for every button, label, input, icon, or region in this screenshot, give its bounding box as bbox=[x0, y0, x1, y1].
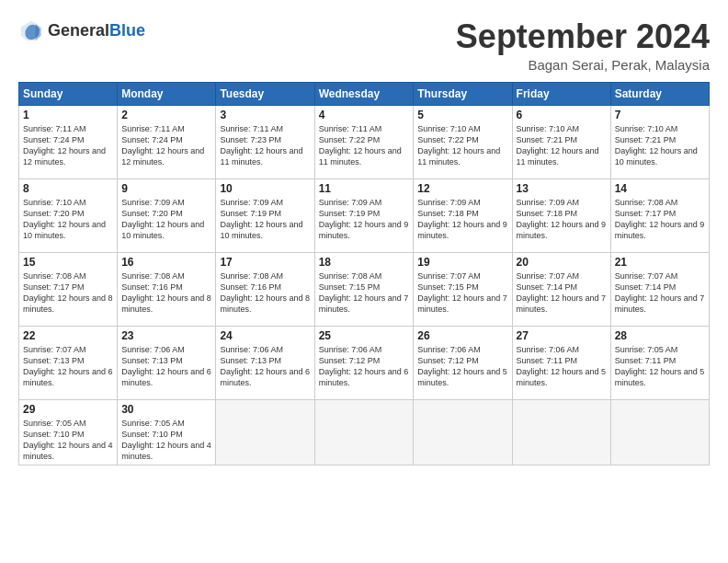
sunrise-text: Sunrise: 7:10 AM bbox=[517, 124, 580, 133]
sunset-text: Sunset: 7:14 PM bbox=[615, 282, 677, 292]
sunset-text: Sunset: 7:21 PM bbox=[615, 135, 677, 144]
day-info: Sunrise: 7:08 AMSunset: 7:17 PMDaylight:… bbox=[615, 197, 705, 242]
day-number: 16 bbox=[121, 256, 211, 269]
daylight-text: Daylight: 12 hours and 9 minutes. bbox=[417, 220, 507, 240]
table-row: 20Sunrise: 7:07 AMSunset: 7:14 PMDayligh… bbox=[512, 252, 610, 326]
day-info: Sunrise: 7:08 AMSunset: 7:16 PMDaylight:… bbox=[121, 270, 211, 316]
table-row: 3Sunrise: 7:11 AMSunset: 7:23 PMDaylight… bbox=[216, 105, 314, 178]
sunrise-text: Sunrise: 7:08 AM bbox=[23, 271, 86, 281]
sunrise-text: Sunrise: 7:09 AM bbox=[319, 198, 382, 207]
sunset-text: Sunset: 7:17 PM bbox=[615, 209, 677, 218]
sunset-text: Sunset: 7:16 PM bbox=[121, 282, 183, 292]
table-row: 29Sunrise: 7:05 AMSunset: 7:10 PMDayligh… bbox=[19, 399, 118, 465]
sunset-text: Sunset: 7:19 PM bbox=[319, 209, 381, 218]
sunrise-text: Sunrise: 7:06 AM bbox=[517, 345, 580, 354]
table-row bbox=[512, 399, 610, 465]
calendar-week-row: 8Sunrise: 7:10 AMSunset: 7:20 PMDaylight… bbox=[19, 178, 710, 252]
sunset-text: Sunset: 7:18 PM bbox=[417, 209, 479, 218]
table-row: 26Sunrise: 7:06 AMSunset: 7:12 PMDayligh… bbox=[414, 326, 512, 399]
day-number: 15 bbox=[23, 256, 113, 269]
daylight-text: Daylight: 12 hours and 6 minutes. bbox=[220, 367, 310, 387]
day-info: Sunrise: 7:07 AMSunset: 7:15 PMDaylight:… bbox=[417, 270, 507, 316]
sunrise-text: Sunrise: 7:07 AM bbox=[615, 271, 678, 281]
daylight-text: Daylight: 12 hours and 11 minutes. bbox=[417, 146, 500, 167]
sunrise-text: Sunrise: 7:06 AM bbox=[220, 345, 283, 354]
sunset-text: Sunset: 7:24 PM bbox=[23, 135, 85, 144]
sunrise-text: Sunrise: 7:11 AM bbox=[319, 124, 382, 133]
daylight-text: Daylight: 12 hours and 10 minutes. bbox=[220, 220, 302, 240]
day-number: 4 bbox=[319, 109, 410, 121]
sunset-text: Sunset: 7:13 PM bbox=[220, 356, 281, 365]
daylight-text: Daylight: 12 hours and 5 minutes. bbox=[517, 367, 607, 387]
day-number: 17 bbox=[220, 256, 310, 269]
daylight-text: Daylight: 12 hours and 11 minutes. bbox=[319, 146, 402, 167]
calendar-week-row: 22Sunrise: 7:07 AMSunset: 7:13 PMDayligh… bbox=[19, 326, 710, 399]
table-row bbox=[314, 399, 414, 465]
table-row bbox=[414, 399, 512, 465]
table-row: 25Sunrise: 7:06 AMSunset: 7:12 PMDayligh… bbox=[314, 326, 414, 399]
day-info: Sunrise: 7:11 AMSunset: 7:23 PMDaylight:… bbox=[220, 123, 310, 168]
daylight-text: Daylight: 12 hours and 9 minutes. bbox=[517, 220, 607, 240]
day-info: Sunrise: 7:07 AMSunset: 7:14 PMDaylight:… bbox=[615, 270, 705, 316]
day-number: 26 bbox=[417, 329, 507, 342]
table-row: 11Sunrise: 7:09 AMSunset: 7:19 PMDayligh… bbox=[314, 178, 414, 252]
day-number: 18 bbox=[319, 256, 410, 269]
day-number: 7 bbox=[615, 109, 705, 121]
calendar-week-row: 15Sunrise: 7:08 AMSunset: 7:17 PMDayligh… bbox=[19, 252, 710, 326]
day-number: 6 bbox=[517, 109, 607, 121]
day-number: 28 bbox=[615, 329, 705, 342]
day-info: Sunrise: 7:05 AMSunset: 7:11 PMDaylight:… bbox=[615, 344, 705, 389]
daylight-text: Daylight: 12 hours and 4 minutes. bbox=[23, 441, 113, 461]
table-row: 5Sunrise: 7:10 AMSunset: 7:22 PMDaylight… bbox=[414, 105, 512, 178]
daylight-text: Daylight: 12 hours and 6 minutes. bbox=[121, 367, 211, 387]
daylight-text: Daylight: 12 hours and 5 minutes. bbox=[615, 367, 705, 387]
daylight-text: Daylight: 12 hours and 10 minutes. bbox=[121, 220, 204, 240]
sunrise-text: Sunrise: 7:06 AM bbox=[319, 345, 382, 354]
location: Bagan Serai, Perak, Malaysia bbox=[456, 57, 710, 73]
sunrise-text: Sunrise: 7:05 AM bbox=[121, 419, 185, 428]
table-row: 21Sunrise: 7:07 AMSunset: 7:14 PMDayligh… bbox=[610, 252, 709, 326]
sunset-text: Sunset: 7:11 PM bbox=[517, 356, 578, 365]
daylight-text: Daylight: 12 hours and 7 minutes. bbox=[517, 293, 607, 314]
day-info: Sunrise: 7:10 AMSunset: 7:21 PMDaylight:… bbox=[615, 123, 705, 168]
sunset-text: Sunset: 7:10 PM bbox=[121, 430, 183, 439]
sunset-text: Sunset: 7:22 PM bbox=[319, 135, 381, 144]
col-sunday: Sunday bbox=[19, 82, 118, 105]
day-info: Sunrise: 7:08 AMSunset: 7:15 PMDaylight:… bbox=[319, 270, 410, 316]
logo: GeneralBlue bbox=[18, 18, 145, 44]
sunset-text: Sunset: 7:24 PM bbox=[121, 135, 183, 144]
sunset-text: Sunset: 7:13 PM bbox=[23, 356, 85, 365]
day-info: Sunrise: 7:09 AMSunset: 7:18 PMDaylight:… bbox=[417, 197, 507, 242]
table-row: 4Sunrise: 7:11 AMSunset: 7:22 PMDaylight… bbox=[314, 105, 414, 178]
day-info: Sunrise: 7:07 AMSunset: 7:14 PMDaylight:… bbox=[517, 270, 607, 316]
day-info: Sunrise: 7:09 AMSunset: 7:18 PMDaylight:… bbox=[517, 197, 607, 242]
col-monday: Monday bbox=[118, 82, 216, 105]
day-number: 27 bbox=[517, 329, 607, 342]
table-row bbox=[610, 399, 709, 465]
table-row: 28Sunrise: 7:05 AMSunset: 7:11 PMDayligh… bbox=[610, 326, 709, 399]
day-info: Sunrise: 7:10 AMSunset: 7:22 PMDaylight:… bbox=[417, 123, 507, 168]
table-row: 17Sunrise: 7:08 AMSunset: 7:16 PMDayligh… bbox=[216, 252, 314, 326]
day-number: 2 bbox=[121, 109, 211, 121]
daylight-text: Daylight: 12 hours and 8 minutes. bbox=[220, 293, 310, 314]
daylight-text: Daylight: 12 hours and 5 minutes. bbox=[417, 367, 507, 387]
daylight-text: Daylight: 12 hours and 12 minutes. bbox=[23, 146, 106, 167]
day-info: Sunrise: 7:08 AMSunset: 7:16 PMDaylight:… bbox=[220, 270, 310, 316]
day-number: 23 bbox=[121, 329, 211, 342]
title-block: September 2024 Bagan Serai, Perak, Malay… bbox=[456, 18, 710, 73]
table-row: 30Sunrise: 7:05 AMSunset: 7:10 PMDayligh… bbox=[118, 399, 216, 465]
table-row: 6Sunrise: 7:10 AMSunset: 7:21 PMDaylight… bbox=[512, 105, 610, 178]
sunset-text: Sunset: 7:12 PM bbox=[417, 356, 479, 365]
sunrise-text: Sunrise: 7:07 AM bbox=[517, 271, 580, 281]
sunrise-text: Sunrise: 7:11 AM bbox=[23, 124, 86, 133]
table-row: 23Sunrise: 7:06 AMSunset: 7:13 PMDayligh… bbox=[118, 326, 216, 399]
day-number: 22 bbox=[23, 329, 113, 342]
sunset-text: Sunset: 7:14 PM bbox=[517, 282, 578, 292]
daylight-text: Daylight: 12 hours and 8 minutes. bbox=[121, 293, 211, 314]
sunset-text: Sunset: 7:16 PM bbox=[220, 282, 281, 292]
sunset-text: Sunset: 7:20 PM bbox=[121, 209, 183, 218]
daylight-text: Daylight: 12 hours and 9 minutes. bbox=[615, 220, 705, 240]
sunset-text: Sunset: 7:17 PM bbox=[23, 282, 85, 292]
sunrise-text: Sunrise: 7:06 AM bbox=[417, 345, 481, 354]
day-number: 14 bbox=[615, 182, 705, 195]
